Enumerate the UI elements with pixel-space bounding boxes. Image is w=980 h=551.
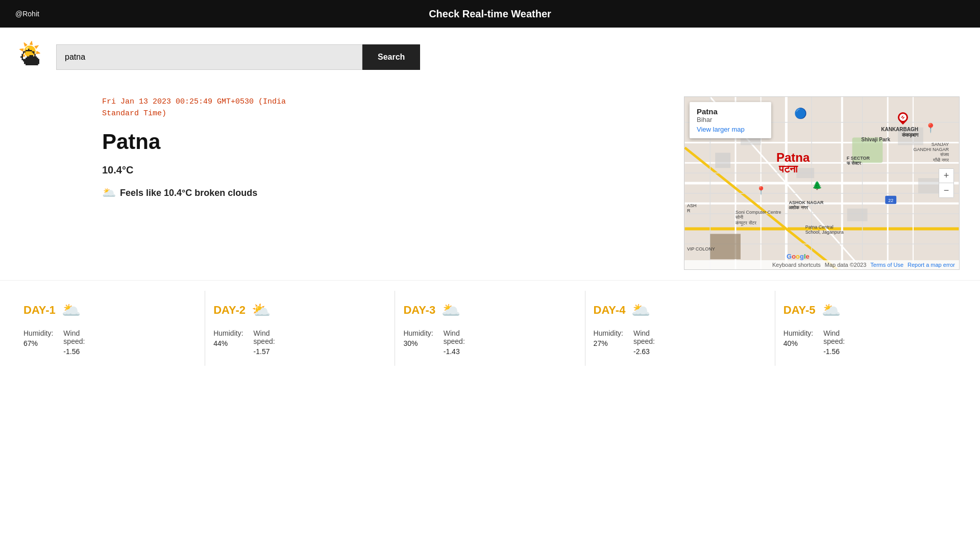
header-bar: @Rohit Check Real-time Weather xyxy=(0,0,980,28)
wind-label-2: Windspeed: xyxy=(254,329,275,345)
weather-temperature: 10.4°C xyxy=(102,164,653,176)
humidity-label-4: Humidity: xyxy=(594,329,623,337)
map-label-ashok: ASHOK NAGARअशोक नगर xyxy=(789,200,823,211)
forecast-card-2: DAY-2 ⛅ Humidity: 44% Windspeed: -1.57 xyxy=(205,291,395,366)
humidity-label-2: Humidity: xyxy=(213,329,243,337)
forecast-card-4: DAY-4 🌥️ Humidity: 27% Windspeed: -2.63 xyxy=(585,291,775,366)
map-data-label: Map data ©2023 xyxy=(825,262,867,268)
wind-label-5: Windspeed: xyxy=(823,329,845,345)
weather-feels-like: 🌥️ Feels like 10.4°C broken clouds xyxy=(102,186,653,199)
map-label-shivaji: Shivaji Park xyxy=(861,137,890,142)
map-marker-tree: 🌲 xyxy=(812,181,822,190)
forecast-humidity-col-4: Humidity: 27% xyxy=(594,329,623,356)
forecast-humidity-col-5: Humidity: 40% xyxy=(783,329,813,356)
wind-value-4: -2.63 xyxy=(633,347,655,356)
forecast-day-label-4: DAY-4 xyxy=(594,304,626,317)
forecast-details-3: Humidity: 30% Windspeed: -1.43 xyxy=(403,329,576,356)
svg-text:22: 22 xyxy=(888,198,893,203)
map-container[interactable]: 22 Patna पटना KANKARBAGHकंकड़बाग SANJAYG… xyxy=(684,96,960,270)
forecast-wind-col-5: Windspeed: -1.56 xyxy=(823,329,845,356)
map-label-fsector: F SECTORफ सेक्टर xyxy=(847,156,870,166)
wind-value-1: -1.56 xyxy=(63,347,85,356)
wind-label-3: Windspeed: xyxy=(444,329,465,345)
map-footer: Keyboard shortcuts Map data ©2023 Terms … xyxy=(684,260,959,269)
map-marker-3: 🔵 xyxy=(794,107,807,119)
map-zoom-out-button[interactable]: − xyxy=(939,183,953,197)
forecast-icon-3: 🌥️ xyxy=(442,301,460,319)
forecast-card-5: DAY-5 🌥️ Humidity: 40% Windspeed: -1.56 xyxy=(775,291,965,366)
wind-value-3: -1.43 xyxy=(444,347,465,356)
humidity-value-4: 27% xyxy=(594,339,623,347)
map-marker-4: 📍 xyxy=(756,186,766,195)
map-label-vip: VIP COLONY xyxy=(687,246,715,252)
map-label-ash: ASHR xyxy=(687,203,697,213)
broken-cloud-icon: 🌥️ xyxy=(102,186,116,199)
forecast-header-5: DAY-5 🌥️ xyxy=(783,301,957,319)
forecast-wind-col-3: Windspeed: -1.43 xyxy=(444,329,465,356)
forecast-header-3: DAY-3 🌥️ xyxy=(403,301,576,319)
search-button[interactable]: Search xyxy=(362,44,420,70)
search-input[interactable] xyxy=(56,44,362,70)
forecast-header-1: DAY-1 🌥️ xyxy=(23,301,197,319)
wind-value-2: -1.57 xyxy=(254,347,275,356)
humidity-value-2: 44% xyxy=(213,339,243,347)
forecast-details-5: Humidity: 40% Windspeed: -1.56 xyxy=(783,329,957,356)
forecast-header-4: DAY-4 🌥️ xyxy=(594,301,767,319)
forecast-wind-col-1: Windspeed: -1.56 xyxy=(63,329,85,356)
forecast-header-2: DAY-2 ⛅ xyxy=(213,301,386,319)
main-content: Fri Jan 13 2023 00:25:49 GMT+0530 (India… xyxy=(0,81,980,280)
map-keyboard-shortcuts: Keyboard shortcuts xyxy=(772,262,821,268)
map-popup: Patna Bihar View larger map xyxy=(690,102,771,138)
wind-label-4: Windspeed: xyxy=(633,329,655,345)
map-zoom-controls: + − xyxy=(939,168,954,198)
google-logo: Google xyxy=(787,253,810,260)
forecast-icon-1: 🌥️ xyxy=(62,301,81,319)
humidity-value-1: 67% xyxy=(23,339,53,347)
forecast-day-label-3: DAY-3 xyxy=(403,304,435,317)
svg-rect-24 xyxy=(796,168,814,178)
forecast-wind-col-2: Windspeed: -1.57 xyxy=(254,329,275,356)
search-area: ☀️ 🌥 Search xyxy=(0,28,980,81)
forecast-card-1: DAY-1 🌥️ Humidity: 67% Windspeed: -1.56 xyxy=(15,291,205,366)
forecast-details-2: Humidity: 44% Windspeed: -1.57 xyxy=(213,329,386,356)
wind-value-5: -1.56 xyxy=(823,347,845,356)
forecast-details-1: Humidity: 67% Windspeed: -1.56 xyxy=(23,329,197,356)
view-larger-map-link[interactable]: View larger map xyxy=(697,126,764,133)
map-report-error[interactable]: Report a map error xyxy=(908,262,955,268)
humidity-value-3: 30% xyxy=(403,339,433,347)
weather-datetime: Fri Jan 13 2023 00:25:49 GMT+0530 (India… xyxy=(102,96,653,119)
forecast-day-label-2: DAY-2 xyxy=(213,304,246,317)
map-terms[interactable]: Terms of Use xyxy=(870,262,903,268)
weather-city: Patna xyxy=(102,130,653,154)
svg-rect-22 xyxy=(715,153,730,168)
weather-app-icon: ☀️ 🌥 xyxy=(20,43,41,71)
humidity-value-5: 40% xyxy=(783,339,813,347)
forecast-icon-5: 🌥️ xyxy=(822,301,841,319)
forecast-humidity-col-3: Humidity: 30% xyxy=(403,329,433,356)
svg-rect-27 xyxy=(847,209,868,221)
map-zoom-in-button[interactable]: + xyxy=(939,169,953,183)
forecast-details-4: Humidity: 27% Windspeed: -2.63 xyxy=(594,329,767,356)
forecast-humidity-col-2: Humidity: 44% xyxy=(213,329,243,356)
map-label-sanjay: SANJAYGANDHI NAGARसंजयगाँधी नगर xyxy=(913,142,949,163)
svg-rect-26 xyxy=(918,178,941,193)
page-title: Check Real-time Weather xyxy=(429,8,551,20)
forecast-icon-4: 🌥️ xyxy=(631,301,650,319)
map-marker-1: H xyxy=(898,112,908,124)
forecast-day-label-1: DAY-1 xyxy=(23,304,56,317)
map-marker-2: 📍 xyxy=(925,122,936,134)
map-label-soni: Soni Computer Centreसोनीकंप्यूटर सेंटर xyxy=(736,210,781,226)
wind-label-1: Windspeed: xyxy=(63,329,85,345)
weather-info-panel: Fri Jan 13 2023 00:25:49 GMT+0530 (India… xyxy=(102,96,653,199)
forecast-icon-2: ⛅ xyxy=(252,301,271,319)
map-popup-state: Bihar xyxy=(697,116,764,123)
forecast-section: DAY-1 🌥️ Humidity: 67% Windspeed: -1.56 … xyxy=(0,280,980,376)
humidity-label-5: Humidity: xyxy=(783,329,813,337)
username-label: @Rohit xyxy=(15,10,39,18)
map-label-patna-central: Patna CentralSchool, Jaganpura xyxy=(805,224,844,235)
forecast-wind-col-4: Windspeed: -2.63 xyxy=(633,329,655,356)
forecast-day-label-5: DAY-5 xyxy=(783,304,816,317)
humidity-label-1: Humidity: xyxy=(23,329,53,337)
forecast-card-3: DAY-3 🌥️ Humidity: 30% Windspeed: -1.43 xyxy=(395,291,585,366)
map-popup-city: Patna xyxy=(697,107,764,116)
